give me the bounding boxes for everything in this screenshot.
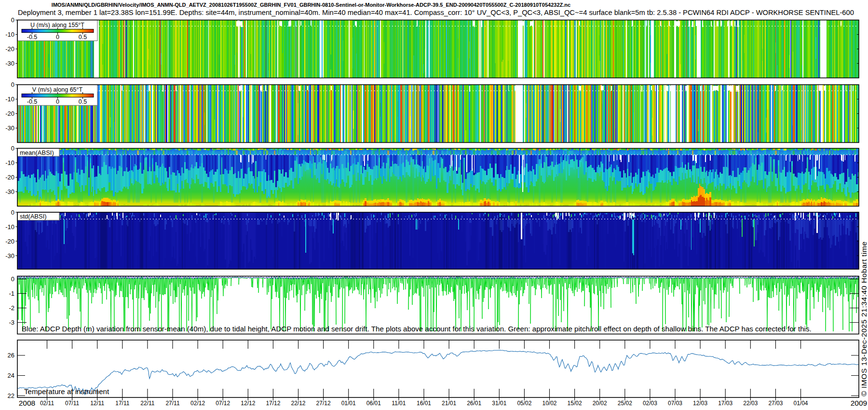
svg-text:0: 0 — [11, 81, 14, 88]
svg-text:31/01: 31/01 — [492, 400, 506, 407]
svg-text:02/11: 02/11 — [40, 400, 54, 407]
svg-text:21/01: 21/01 — [442, 400, 456, 407]
svg-text:0: 0 — [11, 209, 14, 216]
svg-text:-10: -10 — [5, 159, 14, 166]
svg-text:-1: -1 — [9, 290, 14, 297]
svg-text:12/03: 12/03 — [693, 400, 707, 407]
svg-text:-3: -3 — [9, 319, 14, 326]
svg-text:-20: -20 — [5, 238, 14, 245]
svg-text:25/02: 25/02 — [618, 400, 632, 407]
svg-text:22/03: 22/03 — [743, 400, 758, 407]
svg-text:02/03: 02/03 — [643, 400, 657, 407]
svg-text:-30: -30 — [5, 124, 14, 132]
svg-text:U (m/s) along 155°T: U (m/s) along 155°T — [30, 22, 84, 28]
svg-text:27/11: 27/11 — [165, 400, 179, 407]
svg-text:-10: -10 — [5, 223, 14, 231]
svg-text:-0.5: -0.5 — [27, 98, 38, 105]
svg-text:std(ABSI): std(ABSI) — [20, 213, 47, 220]
svg-text:-30: -30 — [5, 60, 14, 67]
svg-text:02/12: 02/12 — [190, 400, 205, 407]
svg-text:-20: -20 — [5, 45, 14, 53]
svg-text:0: 0 — [11, 16, 14, 24]
svg-text:Temperature at instrument: Temperature at instrument — [24, 387, 109, 396]
svg-text:27/12: 27/12 — [316, 400, 331, 407]
svg-text:-30: -30 — [5, 188, 14, 195]
svg-text:22/12: 22/12 — [291, 400, 305, 407]
svg-text:01/04: 01/04 — [793, 400, 808, 407]
svg-text:0: 0 — [56, 34, 59, 41]
svg-text:12/11: 12/11 — [90, 400, 104, 407]
svg-text:17/12: 17/12 — [266, 400, 280, 407]
svg-text:Blue: ADCP Depth (m) variation: Blue: ADCP Depth (m) variation from sens… — [22, 325, 812, 333]
svg-text:24: 24 — [8, 372, 14, 379]
svg-text:20/02: 20/02 — [593, 400, 607, 407]
svg-text:07/11: 07/11 — [65, 400, 79, 407]
svg-text:05/02: 05/02 — [517, 400, 531, 407]
svg-text:22/11: 22/11 — [140, 400, 154, 407]
svg-text:0.5: 0.5 — [79, 34, 87, 41]
svg-text:10/02: 10/02 — [542, 400, 556, 407]
svg-text:07/03: 07/03 — [668, 400, 682, 407]
svg-text:26/01: 26/01 — [467, 400, 481, 407]
svg-text:16/01: 16/01 — [417, 400, 431, 407]
svg-text:15/02: 15/02 — [568, 400, 582, 407]
svg-text:Deployment 3, member 1 lat=23.: Deployment 3, member 1 lat=23.38S lon=15… — [18, 9, 854, 16]
svg-text:07/12: 07/12 — [216, 400, 230, 407]
svg-text:V (m/s) along 65°T: V (m/s) along 65°T — [32, 86, 83, 93]
svg-text:17/03: 17/03 — [718, 400, 732, 407]
svg-text:27/03: 27/03 — [768, 400, 783, 407]
svg-text:-20: -20 — [5, 174, 14, 181]
svg-text:mean(ABSI): mean(ABSI) — [20, 149, 54, 156]
svg-text:0: 0 — [56, 98, 59, 105]
svg-text:06/01: 06/01 — [366, 400, 381, 407]
svg-text:17/11: 17/11 — [115, 400, 129, 407]
svg-text:12/12: 12/12 — [241, 400, 255, 407]
svg-text:2008: 2008 — [19, 399, 35, 407]
svg-text:© IMOS 13-Dec-2025 21:34:40 Ho: © IMOS 13-Dec-2025 21:34:40 Hobart time — [860, 241, 868, 396]
svg-text:2009: 2009 — [851, 399, 867, 407]
svg-text:26: 26 — [8, 352, 14, 359]
svg-text:0.5: 0.5 — [79, 98, 87, 105]
svg-text:-10: -10 — [5, 31, 14, 38]
svg-text:-10: -10 — [5, 96, 14, 103]
svg-text:-2: -2 — [9, 304, 14, 312]
svg-text:01/01: 01/01 — [341, 400, 356, 407]
svg-text:0: 0 — [11, 275, 14, 283]
svg-text:-0.5: -0.5 — [27, 34, 38, 41]
svg-text:IMOS/ANMN/QLD/GBRHIN/Velocity/: IMOS/ANMN/QLD/GBRHIN/Velocity/IMOS_ANMN-… — [52, 2, 570, 8]
svg-text:0: 0 — [11, 145, 14, 152]
svg-text:-30: -30 — [5, 252, 14, 260]
svg-text:-20: -20 — [5, 110, 14, 117]
svg-text:22: 22 — [8, 392, 14, 399]
svg-text:11/01: 11/01 — [392, 400, 406, 407]
